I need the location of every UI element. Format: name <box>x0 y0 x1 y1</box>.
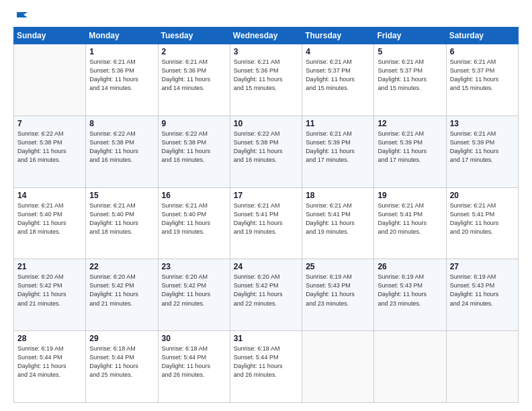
calendar-cell: 26Sunrise: 6:19 AM Sunset: 5:43 PM Dayli… <box>374 259 446 331</box>
day-number: 21 <box>17 262 82 271</box>
calendar-cell: 9Sunrise: 6:22 AM Sunset: 5:38 PM Daylig… <box>158 116 230 187</box>
calendar-cell: 6Sunrise: 6:21 AM Sunset: 5:37 PM Daylig… <box>446 44 518 116</box>
day-info: Sunrise: 6:19 AM Sunset: 5:44 PM Dayligh… <box>17 345 82 379</box>
day-number: 2 <box>162 47 226 56</box>
day-info: Sunrise: 6:21 AM Sunset: 5:40 PM Dayligh… <box>89 201 154 236</box>
day-info: Sunrise: 6:21 AM Sunset: 5:41 PM Dayligh… <box>306 201 370 236</box>
weekday-header-monday: Monday <box>86 28 158 44</box>
day-number: 25 <box>306 262 370 271</box>
weekday-header-tuesday: Tuesday <box>158 28 230 44</box>
calendar-cell: 2Sunrise: 6:21 AM Sunset: 5:36 PM Daylig… <box>158 44 230 116</box>
day-info: Sunrise: 6:21 AM Sunset: 5:40 PM Dayligh… <box>17 201 82 236</box>
calendar-cell: 20Sunrise: 6:21 AM Sunset: 5:41 PM Dayli… <box>446 187 518 259</box>
day-info: Sunrise: 6:22 AM Sunset: 5:38 PM Dayligh… <box>17 130 82 165</box>
calendar-cell: 31Sunrise: 6:18 AM Sunset: 5:44 PM Dayli… <box>230 331 302 403</box>
day-info: Sunrise: 6:19 AM Sunset: 5:43 PM Dayligh… <box>306 273 370 308</box>
day-info: Sunrise: 6:21 AM Sunset: 5:41 PM Dayligh… <box>450 201 515 236</box>
calendar-cell: 7Sunrise: 6:22 AM Sunset: 5:38 PM Daylig… <box>14 116 86 187</box>
calendar-cell: 23Sunrise: 6:20 AM Sunset: 5:42 PM Dayli… <box>158 259 230 331</box>
day-number: 19 <box>378 191 442 200</box>
day-info: Sunrise: 6:20 AM Sunset: 5:42 PM Dayligh… <box>89 273 154 308</box>
calendar-cell: 28Sunrise: 6:19 AM Sunset: 5:44 PM Dayli… <box>14 331 86 403</box>
calendar-cell: 27Sunrise: 6:19 AM Sunset: 5:43 PM Dayli… <box>446 259 518 331</box>
logo-flag-icon <box>14 11 29 23</box>
calendar-table: SundayMondayTuesdayWednesdayThursdayFrid… <box>13 27 519 403</box>
calendar-cell: 1Sunrise: 6:21 AM Sunset: 5:36 PM Daylig… <box>86 44 158 116</box>
calendar-cell: 13Sunrise: 6:21 AM Sunset: 5:39 PM Dayli… <box>446 116 518 187</box>
day-info: Sunrise: 6:21 AM Sunset: 5:37 PM Dayligh… <box>306 58 370 93</box>
day-info: Sunrise: 6:21 AM Sunset: 5:37 PM Dayligh… <box>450 58 515 93</box>
day-info: Sunrise: 6:19 AM Sunset: 5:43 PM Dayligh… <box>450 273 515 308</box>
calendar-cell: 16Sunrise: 6:21 AM Sunset: 5:40 PM Dayli… <box>158 187 230 259</box>
calendar-cell: 12Sunrise: 6:21 AM Sunset: 5:39 PM Dayli… <box>374 116 446 187</box>
day-info: Sunrise: 6:18 AM Sunset: 5:44 PM Dayligh… <box>162 345 226 379</box>
day-number: 4 <box>306 47 370 56</box>
calendar-cell: 24Sunrise: 6:20 AM Sunset: 5:42 PM Dayli… <box>230 259 302 331</box>
weekday-header-saturday: Saturday <box>446 28 518 44</box>
calendar-cell: 10Sunrise: 6:22 AM Sunset: 5:38 PM Dayli… <box>230 116 302 187</box>
calendar-cell: 30Sunrise: 6:18 AM Sunset: 5:44 PM Dayli… <box>158 331 230 403</box>
calendar-cell: 21Sunrise: 6:20 AM Sunset: 5:42 PM Dayli… <box>14 259 86 331</box>
day-number: 12 <box>378 119 442 128</box>
day-info: Sunrise: 6:20 AM Sunset: 5:42 PM Dayligh… <box>17 273 82 308</box>
day-number: 14 <box>17 191 82 200</box>
day-info: Sunrise: 6:21 AM Sunset: 5:39 PM Dayligh… <box>306 130 370 165</box>
calendar-cell: 18Sunrise: 6:21 AM Sunset: 5:41 PM Dayli… <box>302 187 374 259</box>
calendar-cell: 29Sunrise: 6:18 AM Sunset: 5:44 PM Dayli… <box>86 331 158 403</box>
day-info: Sunrise: 6:18 AM Sunset: 5:44 PM Dayligh… <box>89 345 154 379</box>
day-number: 23 <box>162 262 226 271</box>
day-number: 30 <box>162 334 226 343</box>
calendar-cell: 19Sunrise: 6:21 AM Sunset: 5:41 PM Dayli… <box>374 187 446 259</box>
day-number: 16 <box>162 191 226 200</box>
weekday-header-wednesday: Wednesday <box>230 28 302 44</box>
weekday-header-thursday: Thursday <box>302 28 374 44</box>
day-info: Sunrise: 6:22 AM Sunset: 5:38 PM Dayligh… <box>234 130 298 165</box>
calendar-cell: 25Sunrise: 6:19 AM Sunset: 5:43 PM Dayli… <box>302 259 374 331</box>
day-info: Sunrise: 6:21 AM Sunset: 5:41 PM Dayligh… <box>234 201 298 236</box>
day-number: 7 <box>17 119 82 128</box>
day-info: Sunrise: 6:18 AM Sunset: 5:44 PM Dayligh… <box>234 345 298 379</box>
calendar-week-row: 7Sunrise: 6:22 AM Sunset: 5:38 PM Daylig… <box>14 116 519 187</box>
day-number: 28 <box>17 334 82 343</box>
day-number: 18 <box>306 191 370 200</box>
day-info: Sunrise: 6:21 AM Sunset: 5:36 PM Dayligh… <box>89 58 154 93</box>
day-number: 9 <box>162 119 226 128</box>
day-number: 13 <box>450 119 515 128</box>
calendar-cell: 11Sunrise: 6:21 AM Sunset: 5:39 PM Dayli… <box>302 116 374 187</box>
calendar-cell: 17Sunrise: 6:21 AM Sunset: 5:41 PM Dayli… <box>230 187 302 259</box>
day-number: 31 <box>234 334 298 343</box>
calendar-cell: 3Sunrise: 6:21 AM Sunset: 5:36 PM Daylig… <box>230 44 302 116</box>
day-number: 6 <box>450 47 515 56</box>
day-info: Sunrise: 6:21 AM Sunset: 5:37 PM Dayligh… <box>378 58 442 93</box>
day-number: 8 <box>89 119 154 128</box>
calendar-cell: 8Sunrise: 6:22 AM Sunset: 5:38 PM Daylig… <box>86 116 158 187</box>
weekday-header-friday: Friday <box>374 28 446 44</box>
day-number: 5 <box>378 47 442 56</box>
day-number: 15 <box>89 191 154 200</box>
day-number: 1 <box>89 47 154 56</box>
calendar-cell <box>14 44 86 116</box>
day-number: 22 <box>89 262 154 271</box>
day-number: 29 <box>89 334 154 343</box>
day-info: Sunrise: 6:21 AM Sunset: 5:39 PM Dayligh… <box>450 130 515 165</box>
day-info: Sunrise: 6:21 AM Sunset: 5:40 PM Dayligh… <box>162 201 226 236</box>
day-info: Sunrise: 6:20 AM Sunset: 5:42 PM Dayligh… <box>162 273 226 308</box>
calendar-cell <box>302 331 374 403</box>
calendar-week-row: 28Sunrise: 6:19 AM Sunset: 5:44 PM Dayli… <box>14 331 519 403</box>
day-info: Sunrise: 6:21 AM Sunset: 5:36 PM Dayligh… <box>162 58 226 93</box>
weekday-header-row: SundayMondayTuesdayWednesdayThursdayFrid… <box>14 28 519 44</box>
calendar-week-row: 21Sunrise: 6:20 AM Sunset: 5:42 PM Dayli… <box>14 259 519 331</box>
day-number: 17 <box>234 191 298 200</box>
calendar-cell: 15Sunrise: 6:21 AM Sunset: 5:40 PM Dayli… <box>86 187 158 259</box>
calendar-cell: 14Sunrise: 6:21 AM Sunset: 5:40 PM Dayli… <box>14 187 86 259</box>
calendar-cell: 4Sunrise: 6:21 AM Sunset: 5:37 PM Daylig… <box>302 44 374 116</box>
day-info: Sunrise: 6:21 AM Sunset: 5:36 PM Dayligh… <box>234 58 298 93</box>
day-info: Sunrise: 6:21 AM Sunset: 5:41 PM Dayligh… <box>378 201 442 236</box>
day-number: 20 <box>450 191 515 200</box>
day-number: 27 <box>450 262 515 271</box>
calendar-cell: 5Sunrise: 6:21 AM Sunset: 5:37 PM Daylig… <box>374 44 446 116</box>
day-number: 3 <box>234 47 298 56</box>
day-number: 26 <box>378 262 442 271</box>
calendar-cell: 22Sunrise: 6:20 AM Sunset: 5:42 PM Dayli… <box>86 259 158 331</box>
header <box>13 11 519 20</box>
